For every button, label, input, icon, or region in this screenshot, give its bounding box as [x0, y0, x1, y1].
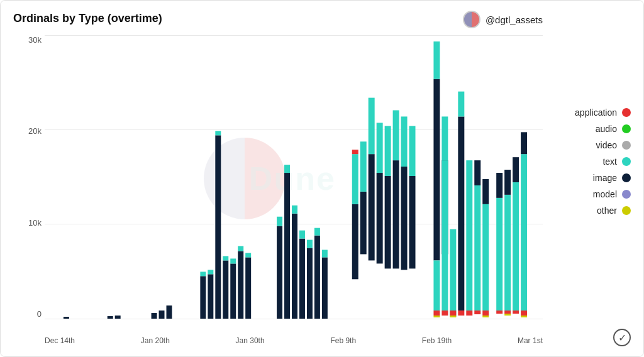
svg-rect-59 [441, 310, 448, 316]
svg-rect-1 [108, 316, 113, 319]
svg-rect-50 [409, 126, 416, 176]
svg-rect-29 [307, 240, 313, 248]
svg-rect-33 [322, 250, 328, 257]
svg-rect-27 [299, 231, 305, 239]
x-label-dec14: Dec 14th [45, 336, 75, 345]
svg-rect-44 [385, 126, 391, 176]
svg-rect-55 [433, 316, 440, 317]
svg-rect-38 [360, 141, 367, 192]
legend: application audio video text image model… [575, 107, 631, 216]
svg-rect-34 [352, 204, 358, 279]
svg-rect-45 [393, 160, 399, 268]
legend-item-application: application [575, 107, 631, 118]
svg-rect-71 [482, 204, 489, 310]
legend-dot-other [622, 206, 631, 215]
legend-dot-application [622, 108, 631, 117]
svg-rect-31 [314, 228, 320, 236]
svg-rect-68 [474, 185, 480, 310]
svg-rect-46 [393, 110, 399, 160]
brand-avatar [463, 11, 480, 28]
svg-rect-15 [230, 258, 236, 263]
svg-rect-67 [466, 310, 472, 316]
legend-label-application: application [575, 107, 617, 118]
svg-rect-70 [474, 310, 480, 314]
x-label-jan20: Jan 20th [141, 336, 170, 345]
svg-rect-5 [167, 305, 172, 319]
svg-rect-2 [115, 316, 121, 319]
svg-rect-37 [360, 192, 367, 255]
svg-rect-36 [352, 150, 358, 154]
svg-rect-24 [292, 214, 297, 319]
svg-rect-88 [521, 316, 527, 317]
svg-rect-80 [504, 310, 511, 314]
svg-rect-49 [409, 176, 416, 268]
grid-line-bottom [45, 319, 543, 319]
bars-chart [45, 35, 543, 319]
svg-rect-42 [377, 123, 383, 173]
svg-rect-52 [433, 41, 440, 79]
legend-item-other: other [575, 206, 631, 216]
svg-rect-14 [230, 263, 236, 319]
svg-rect-19 [245, 253, 251, 257]
svg-rect-65 [458, 310, 464, 316]
brand-tag: @dgtl_assets [463, 11, 543, 28]
svg-rect-17 [238, 246, 243, 251]
svg-rect-35 [352, 154, 358, 204]
legend-item-model: model [575, 189, 631, 199]
x-label-jan30: Jan 30th [236, 336, 265, 345]
svg-rect-41 [377, 173, 383, 263]
chart-title: Ordinals by Type (overtime) [13, 12, 162, 25]
svg-rect-32 [322, 257, 328, 319]
svg-rect-22 [284, 173, 290, 319]
brand-label: @dgtl_assets [486, 14, 543, 25]
y-label-20k: 20k [28, 126, 42, 136]
legend-item-audio: audio [575, 124, 631, 134]
svg-rect-81 [504, 314, 511, 316]
svg-rect-63 [458, 116, 464, 310]
svg-rect-18 [245, 257, 251, 319]
svg-rect-77 [496, 310, 502, 314]
svg-rect-4 [159, 310, 165, 319]
check-icon: ✓ [613, 329, 631, 346]
svg-rect-66 [466, 160, 472, 310]
y-axis: 30k 20k 10k 0 [7, 35, 42, 319]
svg-rect-43 [385, 176, 391, 268]
svg-rect-69 [474, 160, 480, 185]
svg-rect-13 [223, 256, 228, 260]
chart-container: Ordinals by Type (overtime) @dgtl_assets… [0, 0, 644, 357]
legend-label-text: text [602, 157, 617, 167]
svg-rect-76 [496, 173, 502, 198]
svg-rect-87 [521, 310, 527, 316]
svg-rect-62 [450, 316, 456, 317]
legend-label-video: video [596, 140, 617, 150]
svg-rect-57 [441, 116, 448, 160]
svg-rect-84 [513, 310, 519, 314]
x-label-mar1: Mar 1st [518, 336, 543, 345]
svg-rect-61 [450, 310, 456, 316]
svg-rect-64 [458, 92, 464, 117]
svg-rect-30 [314, 236, 320, 319]
svg-rect-12 [223, 260, 228, 319]
svg-rect-21 [277, 217, 282, 226]
svg-rect-6 [200, 276, 206, 319]
legend-label-model: model [593, 189, 617, 199]
svg-rect-7 [200, 272, 206, 276]
svg-rect-0 [64, 317, 69, 319]
svg-rect-83 [513, 157, 519, 182]
svg-rect-85 [521, 154, 527, 310]
svg-rect-48 [401, 116, 408, 167]
svg-rect-78 [504, 195, 511, 310]
svg-rect-3 [152, 313, 157, 319]
svg-rect-8 [208, 274, 213, 319]
svg-rect-9 [208, 270, 213, 274]
svg-rect-11 [215, 131, 221, 135]
svg-rect-47 [401, 167, 408, 270]
svg-rect-23 [284, 165, 290, 173]
x-label-feb9: Feb 9th [330, 336, 356, 345]
svg-rect-16 [238, 251, 243, 319]
y-label-30k: 30k [28, 35, 42, 45]
svg-rect-40 [369, 98, 375, 155]
legend-dot-model [622, 190, 631, 199]
legend-item-video: video [575, 140, 631, 150]
legend-dot-video [622, 141, 631, 150]
